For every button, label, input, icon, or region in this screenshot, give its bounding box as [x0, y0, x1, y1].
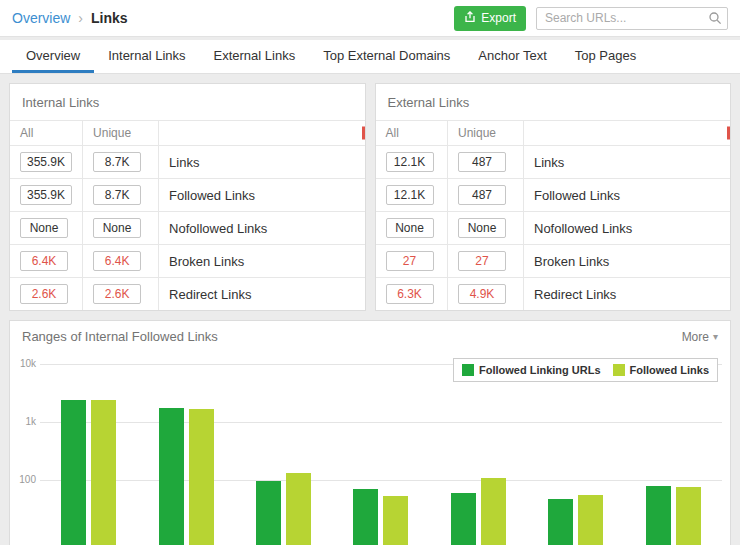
value-chip[interactable]: None [458, 218, 506, 238]
more-button[interactable]: More ▾ [682, 330, 718, 344]
tab-external-links[interactable]: External Links [200, 40, 310, 73]
tab-overview[interactable]: Overview [12, 40, 94, 73]
value-cell: 27 [448, 245, 524, 278]
export-icon [464, 11, 476, 26]
export-button[interactable]: Export [454, 6, 526, 31]
value-chip[interactable]: 487 [458, 185, 506, 205]
bar[interactable] [286, 473, 311, 545]
value-chip[interactable]: None [386, 218, 434, 238]
bar[interactable] [451, 493, 476, 545]
y-axis-tick-label: 1k [10, 416, 36, 427]
value-chip[interactable]: 2.6K [93, 284, 141, 304]
value-chip[interactable]: 8.7K [93, 185, 141, 205]
bar[interactable] [676, 487, 701, 545]
row-label: Links [159, 146, 365, 179]
bar[interactable] [159, 408, 184, 545]
bar-group [61, 400, 116, 545]
export-label: Export [481, 11, 516, 25]
value-chip[interactable]: 4.9K [458, 284, 506, 304]
breadcrumb-separator-icon: › [78, 10, 83, 26]
bar-group [256, 473, 311, 545]
row-label: Redirect Links [159, 278, 365, 311]
value-chip[interactable]: 12.1K [386, 185, 434, 205]
legend-swatch [613, 364, 625, 376]
tab-top-pages[interactable]: Top Pages [561, 40, 650, 73]
row-label: Followed Links [524, 179, 731, 212]
row-label: Redirect Links [524, 278, 731, 311]
bar-group [646, 486, 701, 545]
tab-bar: OverviewInternal LinksExternal LinksTop … [0, 40, 740, 74]
table-row: 12.1K487Followed Links [376, 179, 731, 212]
value-cell: 6.3K [376, 278, 448, 311]
table-body: 355.9K8.7KLinks355.9K8.7KFollowed LinksN… [10, 146, 365, 311]
value-chip[interactable]: 6.3K [386, 284, 434, 304]
internal-links-table: All Unique 355.9K8.7KLinks355.9K8.7KFoll… [10, 120, 365, 310]
bar[interactable] [383, 496, 408, 545]
value-chip[interactable]: 6.4K [93, 251, 141, 271]
legend-item[interactable]: Followed Linking URLs [462, 364, 601, 376]
value-chip[interactable]: 12.1K [386, 152, 434, 172]
bar-plot: 10k1k100Followed Linking URLsFollowed Li… [10, 354, 724, 545]
bar[interactable] [578, 495, 603, 545]
breadcrumb: Overview › Links [12, 10, 128, 26]
external-links-panel: External Links All Unique 12.1K487Links1… [375, 83, 732, 311]
column-header-unique: Unique [83, 121, 159, 146]
value-chip[interactable]: 8.7K [93, 152, 141, 172]
value-chip[interactable]: 27 [386, 251, 434, 271]
bar[interactable] [189, 409, 214, 545]
table-body: 12.1K487Links12.1K487Followed LinksNoneN… [376, 146, 731, 311]
table-row: 12.1K487Links [376, 146, 731, 179]
y-axis-tick-label: 100 [10, 474, 36, 485]
value-chip[interactable]: 355.9K [20, 152, 72, 172]
bar[interactable] [646, 486, 671, 545]
row-label: Followed Links [159, 179, 365, 212]
bar[interactable] [481, 478, 506, 545]
column-header-unique: Unique [448, 121, 524, 146]
table-header-row: All Unique [376, 121, 731, 146]
value-chip[interactable]: 6.4K [20, 251, 68, 271]
value-chip[interactable]: 27 [458, 251, 506, 271]
value-cell: None [376, 212, 448, 245]
value-cell: 2.6K [10, 278, 83, 311]
value-chip[interactable]: 355.9K [20, 185, 72, 205]
bar[interactable] [61, 400, 86, 545]
row-label: Broken Links [159, 245, 365, 278]
tab-internal-links[interactable]: Internal Links [94, 40, 199, 73]
chevron-down-icon: ▾ [713, 331, 718, 342]
summary-panels: Internal Links All Unique 355.9K8.7KLink… [0, 74, 740, 320]
legend-label: Followed Linking URLs [479, 364, 601, 376]
app-window: Overview › Links Export OverviewInternal… [0, 0, 740, 545]
bar[interactable] [353, 489, 378, 545]
value-chip[interactable]: None [93, 218, 141, 238]
bar[interactable] [256, 481, 281, 545]
table-row: NoneNoneNofollowed Links [10, 212, 365, 245]
chart-title: Ranges of Internal Followed Links [22, 329, 218, 344]
tab-top-external-domains[interactable]: Top External Domains [309, 40, 464, 73]
value-chip[interactable]: 2.6K [20, 284, 68, 304]
search-icon[interactable] [708, 11, 722, 25]
search-input[interactable] [536, 7, 728, 30]
bar-group [353, 489, 408, 545]
external-links-table: All Unique 12.1K487Links12.1K487Followed… [376, 120, 731, 310]
value-cell: 27 [376, 245, 448, 278]
column-header-label [524, 121, 731, 146]
tab-anchor-text[interactable]: Anchor Text [464, 40, 560, 73]
breadcrumb-overview-link[interactable]: Overview [12, 10, 70, 26]
value-cell: None [448, 212, 524, 245]
bar-group [548, 495, 603, 545]
red-indicator [727, 127, 730, 140]
bar[interactable] [548, 499, 573, 545]
value-chip[interactable]: None [20, 218, 68, 238]
bar[interactable] [91, 400, 116, 545]
row-label: Nofollowed Links [159, 212, 365, 245]
value-chip[interactable]: 487 [458, 152, 506, 172]
table-row: NoneNoneNofollowed Links [376, 212, 731, 245]
top-bar: Overview › Links Export [0, 0, 740, 37]
legend-item[interactable]: Followed Links [613, 364, 709, 376]
row-label: Links [524, 146, 731, 179]
value-cell: 2.6K [83, 278, 159, 311]
table-row: 6.3K4.9KRedirect Links [376, 278, 731, 311]
bar-group [451, 478, 506, 545]
table-row: 2727Broken Links [376, 245, 731, 278]
legend-swatch [462, 364, 474, 376]
